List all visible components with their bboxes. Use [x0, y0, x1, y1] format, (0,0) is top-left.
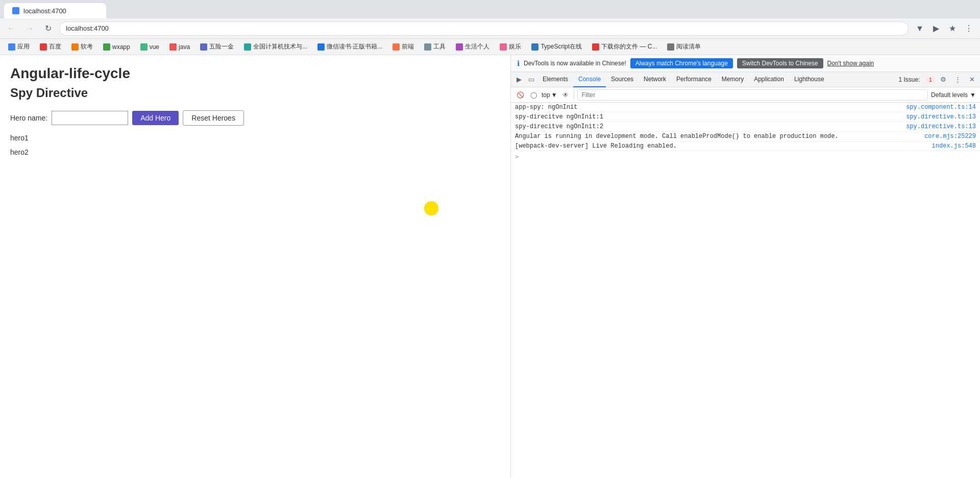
bookmark-life[interactable]: 生活个人	[452, 41, 494, 52]
bookmark-computer[interactable]: 全国计算机技术与...	[240, 41, 311, 52]
page-content: Angular-life-cycle Spy Directive Hero na…	[0, 55, 510, 478]
bookmark-label: 下载你的文件 — C...	[601, 42, 657, 51]
tab-elements[interactable]: Elements	[537, 72, 573, 87]
clear-console-button[interactable]: 🚫	[515, 90, 525, 100]
console-source[interactable]: spy.directive.ts:13	[906, 123, 976, 130]
console-row: Angular is running in development mode. …	[511, 132, 980, 141]
bookmark-java[interactable]: java	[165, 42, 194, 52]
address-text: localhost:4700	[66, 25, 109, 32]
console-message: [webpack-dev-server] Live Reloading enab…	[515, 142, 677, 150]
hero-name-input[interactable]	[52, 111, 128, 125]
devtools-notification: ℹ DevTools is now available in Chinese! …	[511, 55, 980, 72]
console-output: app-spy: ngOnInit spy.component.ts:14 sp…	[511, 103, 980, 478]
bookmark-icon	[317, 43, 325, 51]
profile-button[interactable]: ▶	[929, 21, 943, 36]
bookmark-ruankao[interactable]: 软考	[67, 41, 97, 52]
device-toolbar-button[interactable]: ▭	[525, 74, 537, 86]
extensions-button[interactable]: ▼	[913, 21, 927, 36]
bookmark-icon	[200, 43, 207, 51]
bookmark-icon	[592, 43, 599, 51]
top-context-select[interactable]: top ▼	[542, 91, 557, 99]
bookmark-icon	[103, 43, 110, 51]
bookmark-download[interactable]: 下载你的文件 — C...	[588, 41, 661, 52]
eye-button[interactable]: 👁	[560, 90, 571, 100]
address-bar[interactable]: localhost:4700	[59, 21, 909, 36]
console-row: spy-direcitve ngOnInit:1 spy.directive.t…	[511, 112, 980, 122]
bookmark-icon	[244, 43, 251, 51]
forward-button[interactable]: →	[22, 21, 37, 36]
bookmark-label: 前端	[402, 42, 414, 51]
settings-button[interactable]: ⚙	[937, 74, 949, 86]
bookmark-weixin[interactable]: 微信读书·正版书籍...	[313, 41, 386, 52]
bookmark-baidu[interactable]: 百度	[36, 41, 65, 52]
navigation-bar: ← → ↻ localhost:4700 ▼ ▶ ★ ⋮	[0, 18, 980, 39]
console-message: spy-direcitve ngOnInit:2	[515, 123, 603, 130]
match-language-button[interactable]: Always match Chrome's language	[630, 58, 733, 68]
console-row: app-spy: ngOnInit spy.component.ts:14	[511, 103, 980, 112]
bookmark-icon	[424, 43, 431, 51]
chevron-down-icon: ▼	[970, 91, 976, 99]
tab-sources[interactable]: Sources	[606, 72, 639, 87]
console-filter-input[interactable]	[577, 89, 928, 101]
tab-performance[interactable]: Performance	[671, 72, 717, 87]
info-icon: ℹ	[517, 59, 520, 67]
bookmark-wuxian[interactable]: 五险一金	[196, 41, 238, 52]
default-levels-select[interactable]: Default levels ▼	[931, 91, 976, 99]
console-prompt[interactable]: >	[511, 151, 980, 162]
bookmark-entertainment[interactable]: 娱乐	[496, 41, 525, 52]
more-button[interactable]: ⋮	[962, 21, 976, 36]
inspect-element-button[interactable]: ▶	[513, 74, 525, 86]
bookmark-vue[interactable]: vue	[136, 42, 163, 52]
browser-tab[interactable]: localhost:4700	[4, 3, 106, 18]
customize-button[interactable]: ⋮	[951, 74, 964, 86]
favorite-button[interactable]: ★	[945, 21, 960, 36]
bookmark-typescript[interactable]: TypeScript在线	[527, 41, 586, 52]
bookmark-label: 全国计算机技术与...	[253, 42, 307, 51]
chevron-down-icon: ▼	[551, 91, 557, 99]
bookmark-icon	[8, 43, 15, 51]
default-levels-label: Default levels	[931, 91, 968, 99]
tab-lighthouse[interactable]: Lighthouse	[789, 72, 829, 87]
devtools-panel: ℹ DevTools is now available in Chinese! …	[510, 55, 980, 478]
main-content-area: Angular-life-cycle Spy Directive Hero na…	[0, 55, 980, 478]
dont-show-again-button[interactable]: Don't show again	[827, 60, 874, 67]
bookmark-icon	[500, 43, 507, 51]
console-row: spy-direcitve ngOnInit:2 spy.directive.t…	[511, 122, 980, 132]
reset-heroes-button[interactable]: Reset Heroes	[183, 110, 244, 126]
reload-button[interactable]: ↻	[41, 21, 55, 36]
console-source[interactable]: spy.component.ts:14	[906, 104, 976, 111]
bookmark-frontend[interactable]: 前端	[388, 41, 418, 52]
tab-application[interactable]: Application	[749, 72, 789, 87]
switch-to-chinese-button[interactable]: Switch DevTools to Chinese	[737, 58, 823, 68]
add-hero-button[interactable]: Add Hero	[132, 111, 179, 125]
toolbar-separator	[574, 90, 574, 100]
console-source[interactable]: spy.directive.ts:13	[906, 113, 976, 121]
top-label: top	[542, 91, 550, 99]
browser-window: localhost:4700 ← → ↻ localhost:4700 ▼ ▶ …	[0, 0, 980, 478]
bookmark-label: TypeScript在线	[541, 42, 582, 51]
console-message: spy-direcitve ngOnInit:1	[515, 113, 603, 121]
tab-memory[interactable]: Memory	[717, 72, 749, 87]
preserve-log-button[interactable]: ◯	[528, 90, 538, 100]
bookmark-label: 阅读清单	[676, 42, 701, 51]
close-devtools-button[interactable]: ✕	[966, 74, 978, 86]
bookmark-tools[interactable]: 工具	[420, 41, 450, 52]
bookmark-label: 软考	[81, 42, 93, 51]
console-source[interactable]: core.mjs:25229	[924, 133, 976, 140]
bookmark-icon	[169, 43, 177, 51]
hero-name-label: Hero name:	[10, 114, 47, 122]
bookmark-icon	[393, 43, 400, 51]
devtools-right-icons: 1 Issue: 1 ⚙ ⋮ ✕	[899, 74, 978, 86]
tab-console[interactable]: Console	[573, 72, 606, 87]
notify-message: DevTools is now available in Chinese!	[524, 60, 626, 67]
bookmark-readlist[interactable]: 阅读清单	[663, 41, 705, 52]
page-subtitle: Spy Directive	[10, 86, 500, 100]
bookmark-wxapp[interactable]: wxapp	[99, 42, 134, 52]
back-button[interactable]: ←	[4, 21, 18, 36]
page-title: Angular-life-cycle	[10, 65, 500, 82]
tab-network[interactable]: Network	[639, 72, 671, 87]
bookmark-apps[interactable]: 应用	[4, 41, 34, 52]
issue-badge: 1	[926, 76, 935, 83]
nav-icons: ▼ ▶ ★ ⋮	[913, 21, 976, 36]
console-source[interactable]: index.js:548	[932, 142, 976, 150]
